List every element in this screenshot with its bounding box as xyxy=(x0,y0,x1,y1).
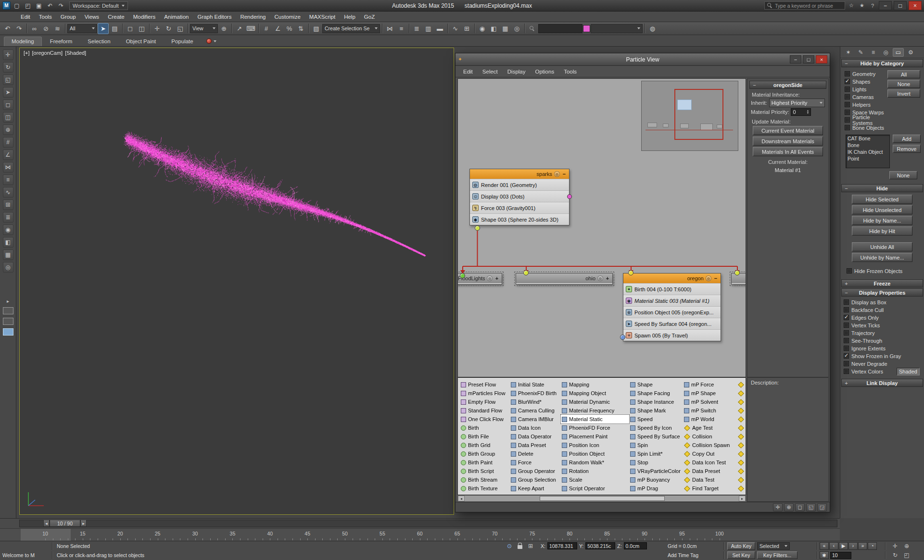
hide-selected-button[interactable]: Hide Selected xyxy=(852,195,912,204)
pv-menu-display[interactable]: Display xyxy=(503,69,531,75)
canvas-minimap[interactable] xyxy=(641,81,738,151)
depot-item-mp-force[interactable]: mP Force xyxy=(683,380,737,389)
link-display-rollout-header[interactable]: +Link Display xyxy=(841,379,923,387)
auto-key-button[interactable]: Auto Key xyxy=(727,542,755,550)
particle-systems-checkbox[interactable]: Particle Systems xyxy=(845,116,887,124)
pv-menu-options[interactable]: Options xyxy=(531,69,559,75)
category-list-item[interactable]: Point xyxy=(846,155,889,162)
hide-by-name-button[interactable]: Hide by Name... xyxy=(852,216,912,225)
depot-item-mp-buoyancy[interactable]: mP Buoyancy xyxy=(629,475,683,484)
percent-snap-icon[interactable]: % xyxy=(284,23,295,34)
z-coordinate-field[interactable]: 0.0cm xyxy=(624,542,647,549)
depot-item-speed[interactable]: Speed xyxy=(629,415,683,423)
category-list-item[interactable]: CAT Bone xyxy=(846,135,889,142)
prev-frame-button[interactable]: ‹ xyxy=(829,542,838,550)
depot-item-mp-world[interactable]: mP World xyxy=(683,415,737,423)
minimize-button[interactable]: − xyxy=(879,1,892,10)
node-enable-icon[interactable]: ◎ xyxy=(554,171,560,177)
action-force-003-gravity001[interactable]: ↯Force 003 (Gravity001) xyxy=(470,202,569,213)
mirror-icon[interactable]: ⋈ xyxy=(384,23,395,34)
maxscript-mini-listener[interactable]: Welcome to M xyxy=(2,552,35,558)
category-list-item[interactable]: IK Chain Object xyxy=(846,149,889,155)
spinner-snap-icon[interactable]: ⇅ xyxy=(295,23,306,34)
reference-coordinate-dropdown[interactable]: View xyxy=(190,24,218,33)
menu-goz[interactable]: GoZ xyxy=(360,12,379,22)
material-priority-spinner[interactable]: 0 ▲▼ xyxy=(791,108,811,116)
depot-item-find-target[interactable]: Find Target xyxy=(683,484,737,493)
pv-maximize-button[interactable]: □ xyxy=(803,55,814,63)
menu-group[interactable]: Group xyxy=(56,12,80,22)
search-command-icon[interactable] xyxy=(527,23,538,34)
none-button[interactable]: None xyxy=(887,80,920,88)
rotate-icon[interactable]: ↻ xyxy=(163,23,174,34)
tab-selection[interactable]: Selection xyxy=(80,37,117,46)
rotate-icon[interactable]: ↻ xyxy=(3,62,13,73)
redo-icon[interactable]: ↷ xyxy=(13,23,25,34)
modify-tab-icon[interactable]: ✎ xyxy=(855,48,866,57)
menu-tools[interactable]: Tools xyxy=(35,12,56,22)
depot-item-delete[interactable]: Delete xyxy=(510,449,561,458)
depot-item-empty-flow[interactable]: Empty Flow xyxy=(460,398,510,406)
material-editor-icon[interactable]: ◉ xyxy=(477,23,488,34)
redo-icon[interactable]: ↷ xyxy=(56,1,66,11)
action-speed-by-surface-004-oregon[interactable]: ➤Speed By Surface 004 (oregon... xyxy=(623,318,721,329)
depot-scrollbar[interactable]: ◂ ▸ xyxy=(457,495,746,502)
selection-filter-dropdown[interactable]: All xyxy=(67,24,97,33)
y-coordinate-field[interactable]: 5038.215c xyxy=(585,542,615,549)
depot-item-speed-by-surface[interactable]: Speed By Surface xyxy=(629,432,683,441)
depot-item-material-dynamic[interactable]: Material Dynamic xyxy=(561,398,629,406)
freeze-rollout-header[interactable]: +Freeze xyxy=(841,279,923,287)
action-position-object-005-oregonexp[interactable]: ⊕Position Object 005 (oregonExp... xyxy=(623,306,721,318)
depot-item-mp-switch[interactable]: mP Switch xyxy=(683,406,737,415)
test-input-dot[interactable] xyxy=(620,335,625,340)
depot-item-material-frequency[interactable]: Material Frequency xyxy=(561,406,629,415)
depot-item-standard-flow[interactable]: Standard Flow xyxy=(460,406,510,415)
hide-frozen-objects-checkbox[interactable]: Hide Frozen Objects xyxy=(847,267,902,274)
layer-manager-icon[interactable]: ≣ xyxy=(411,23,422,34)
render-setup-icon[interactable]: ◧ xyxy=(3,237,13,248)
depot-item-mparticles-flow[interactable]: mParticles Flow xyxy=(460,389,510,398)
add-button[interactable]: Add xyxy=(893,135,921,143)
pv-menu-tools[interactable]: Tools xyxy=(559,69,582,75)
time-slider-track[interactable] xyxy=(19,520,837,527)
link-icon[interactable]: ∞ xyxy=(29,23,40,34)
vertex-ticks-checkbox[interactable]: Vertex Ticks xyxy=(844,322,924,329)
pv-minimize-button[interactable]: − xyxy=(790,55,801,63)
menu-help[interactable]: Help xyxy=(340,12,360,22)
use-center-icon[interactable]: ⊕ xyxy=(218,23,229,34)
depot-item-birth-group[interactable]: Birth Group xyxy=(460,449,510,458)
depot-item-initial-state[interactable]: Initial State xyxy=(510,380,561,389)
snap-toggle-icon[interactable]: # xyxy=(3,137,13,148)
helpers-checkbox[interactable]: Helpers xyxy=(845,101,887,108)
menu-create[interactable]: Create xyxy=(103,12,129,22)
selection-set-combo[interactable] xyxy=(591,24,643,33)
viewport-layout-tab-1[interactable] xyxy=(3,307,13,314)
node-enable-icon[interactable]: ◎ xyxy=(597,275,603,281)
bind-spacewarp-icon[interactable]: ≋ xyxy=(52,23,63,34)
particle-view-canvas[interactable]: sparks◎−◍Render 001 (Geometry)⊙Display 0… xyxy=(457,78,746,377)
tab-object-paint[interactable]: Object Paint xyxy=(119,37,164,46)
never-degrade-checkbox[interactable]: Never Degrade xyxy=(844,360,924,367)
rect-region-icon[interactable]: ◻ xyxy=(125,23,136,34)
viewport[interactable]: [+] [oregonCam] [Shaded] xyxy=(19,48,454,515)
node-enable-icon[interactable]: ◎ xyxy=(487,275,493,281)
key-mode-icon[interactable]: ✱ xyxy=(820,551,829,559)
layout-arrow-icon[interactable]: ▸ xyxy=(7,299,9,304)
track-bar-ruler[interactable]: 101520253035404550556065707580859095100 xyxy=(0,528,840,541)
isolate-selection-icon[interactable]: ⊙ xyxy=(505,542,514,550)
ribbon-toggle-icon[interactable]: ▬ xyxy=(434,23,445,34)
undo-icon[interactable]: ↶ xyxy=(45,1,55,11)
community-icon[interactable]: ☆ xyxy=(847,1,856,10)
rect-region-icon[interactable]: ◻ xyxy=(3,100,13,110)
current-event-material-button[interactable]: Current Event Material xyxy=(753,126,823,135)
tab-freeform[interactable]: Freeform xyxy=(43,37,80,46)
favorites-icon[interactable]: ★ xyxy=(858,1,866,10)
align-icon[interactable]: ≡ xyxy=(3,174,13,185)
motion-tab-icon[interactable]: ◎ xyxy=(880,48,891,57)
node-enable-icon[interactable]: ◎ xyxy=(706,275,711,281)
selection-lock-icon[interactable] xyxy=(516,542,524,550)
time-slider-handle[interactable]: ◂ 10 / 90 ▸ xyxy=(43,520,87,527)
depot-item-data-operator[interactable]: Data Operator xyxy=(510,432,561,441)
material-editor-icon[interactable]: ◉ xyxy=(3,224,13,235)
move-icon[interactable]: ✛ xyxy=(152,23,163,34)
